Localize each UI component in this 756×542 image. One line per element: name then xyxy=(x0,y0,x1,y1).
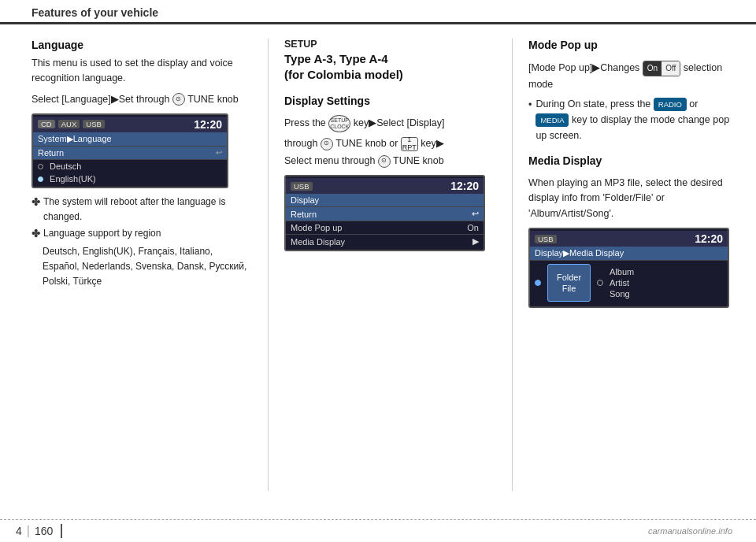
media-button-key: MEDIA xyxy=(536,113,569,127)
language-para1: This menu is used to set the display and… xyxy=(32,56,252,87)
display-instruction-3: Select menu through ⊙ TUNE knob xyxy=(284,153,496,169)
return-arrow-1: ↩ xyxy=(216,148,222,157)
off-part: Off xyxy=(662,61,680,76)
song-item: Song xyxy=(610,289,634,299)
on-off-button: On Off xyxy=(643,61,681,76)
badge-usb: USB xyxy=(83,120,105,128)
folder-file-box: Folder File xyxy=(547,264,591,302)
page-title: Features of your vehicle xyxy=(32,6,158,19)
screen-row-return-2: Return ↩ xyxy=(286,207,484,221)
tune-knob-icon-3: ⊙ xyxy=(378,155,391,168)
media-display-title: Media Display xyxy=(528,154,732,167)
screen-row-mode-popup: Mode Pop up On xyxy=(286,221,484,235)
note-item-2: ✤ Language support by region xyxy=(32,226,252,243)
screen-display: USB 12:20 Display Return ↩ Mode Pop up O… xyxy=(284,175,485,251)
bullet-text: During On state, press the RADIO or MEDI… xyxy=(536,96,732,143)
mode-popup-title: Mode Pop up xyxy=(528,39,732,51)
footer-divider: | xyxy=(27,524,30,538)
radio-button-key: RADIO xyxy=(654,98,687,111)
language-title: Language xyxy=(32,39,252,51)
screen-row-system-language: System▶Language xyxy=(33,132,227,147)
screen-row-deutsch: Deutsch xyxy=(33,160,227,173)
cross-icon-2: ✤ xyxy=(32,226,40,243)
artist-item: Artist xyxy=(610,278,634,288)
radio-dot-deutsch xyxy=(38,164,43,169)
radio-circle-folder xyxy=(535,280,541,286)
notes-block: ✤ The system will reboot after the langu… xyxy=(32,195,252,290)
language-instruction: Select [Language]▶Set through ⊙ TUNE kno… xyxy=(32,91,252,107)
screen-time-2: 12:20 xyxy=(450,180,479,192)
screen-row-return-1: Return ↩ xyxy=(33,147,227,160)
footer-page-num: 4 xyxy=(16,525,22,537)
media-display-text: When playing an MP3 file, select the des… xyxy=(528,176,732,221)
watermark: carmanualsonline.info xyxy=(648,526,732,536)
bullet-radio-media: • During On state, press the RADIO or ME… xyxy=(528,96,732,143)
badge-usb-3: USB xyxy=(535,235,557,243)
tune-knob-label: TUNE knob xyxy=(187,94,239,105)
bullet-dot: • xyxy=(528,98,532,143)
screen-badges-3: USB xyxy=(535,235,557,243)
footer-num-box: 4 | 160 xyxy=(0,524,62,538)
lang-list: Deutsch, English(UK), Français, Italiano… xyxy=(43,244,252,290)
screen-row-display-media: Display▶Media Display xyxy=(530,247,728,261)
album-artist-song-list: Album Artist Song xyxy=(610,267,634,299)
screen-badges-2: USB xyxy=(291,182,313,191)
select-text: Select [Language]▶Set through xyxy=(32,94,172,105)
main-content: Language This menu is used to set the di… xyxy=(0,24,756,499)
col-language: Language This menu is used to set the di… xyxy=(32,39,268,491)
badge-cd: CD xyxy=(38,120,55,128)
display-instruction-2: through ⊙ TUNE knob or 1RPT key▶ xyxy=(284,136,496,151)
screen-row-english: English(UK) xyxy=(33,173,227,185)
media-left: Folder File xyxy=(535,264,591,302)
return-arrow-2: ↩ xyxy=(472,209,479,219)
display-instruction-1: Press the SETUPCLOCK key▶Select [Display… xyxy=(284,115,496,132)
media-screen-body: Folder File Album Artist Song xyxy=(530,261,728,305)
screen-time-3: 12:20 xyxy=(695,232,723,245)
badge-usb-2: USB xyxy=(291,182,313,191)
screen-top-bar-2: USB 12:20 xyxy=(286,178,484,194)
setup-label: SETUP xyxy=(284,39,496,50)
page-header: Features of your vehicle xyxy=(0,0,756,24)
media-right: Album Artist Song xyxy=(597,264,634,302)
badge-aux: AUX xyxy=(58,120,80,128)
col-setup: SETUP Type A-3, Type A-4 (for Colombia m… xyxy=(268,39,512,491)
screen-badges-1: CD AUX USB xyxy=(38,120,105,128)
screen-top-bar-3: USB 12:20 xyxy=(530,231,728,247)
setup-clock-key: SETUPCLOCK xyxy=(328,115,350,132)
screen-media-display: USB 12:20 Display▶Media Display Folder F… xyxy=(528,228,729,308)
cross-icon-1: ✤ xyxy=(32,195,40,225)
setup-title: Type A-3, Type A-4 (for Colombia model) xyxy=(284,51,496,82)
screen-time-1: 12:20 xyxy=(194,118,222,131)
rpt-key: 1RPT xyxy=(401,137,418,151)
album-item: Album xyxy=(610,267,634,277)
screen-row-display: Display xyxy=(286,194,484,207)
tune-knob-icon-2: ⊙ xyxy=(321,138,333,150)
mode-popup-text: [Mode Pop up]▶Changes On Off selection m… xyxy=(528,60,732,92)
on-part: On xyxy=(643,61,662,76)
radio-dot-english xyxy=(38,176,43,182)
radio-circle-album xyxy=(597,280,603,286)
col-mode-media: Mode Pop up [Mode Pop up]▶Changes On Off… xyxy=(512,39,732,491)
screen-row-media-display: Media Display ▶ xyxy=(286,235,484,248)
note-item-1: ✤ The system will reboot after the langu… xyxy=(32,195,252,225)
tune-knob-icon: ⊙ xyxy=(172,93,185,106)
footer-sub-num: 160 xyxy=(35,525,53,537)
display-settings-title: Display Settings xyxy=(284,95,496,107)
screen-top-bar-1: CD AUX USB 12:20 xyxy=(33,117,227,132)
page-footer: 4 | 160 carmanualsonline.info xyxy=(0,519,756,542)
screen-language: CD AUX USB 12:20 System▶Language Return … xyxy=(32,113,228,188)
